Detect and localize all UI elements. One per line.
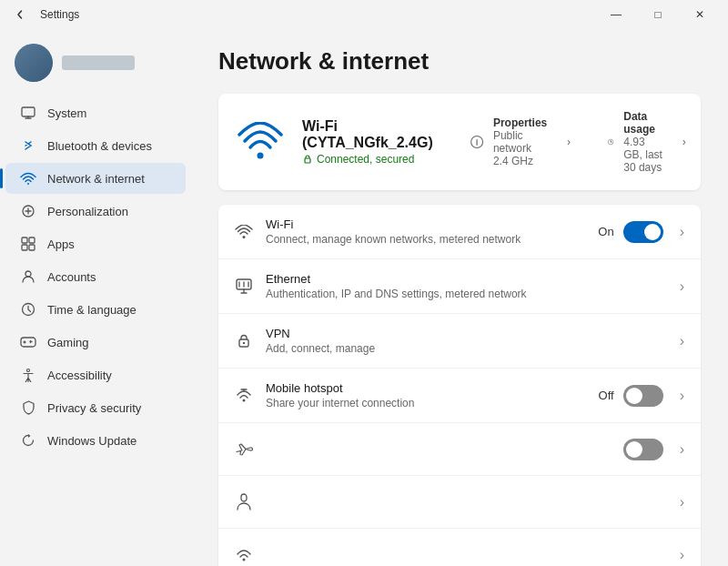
airplane-toggle[interactable] <box>623 439 663 460</box>
data-usage-icon <box>607 133 614 151</box>
maximize-button[interactable]: □ <box>637 0 679 29</box>
svg-rect-3 <box>22 238 27 243</box>
status-info: Wi-Fi (CYTA_NGfk_2.4G) Connected, secure… <box>302 118 433 166</box>
proxy-row[interactable]: › <box>218 476 701 529</box>
properties-icon <box>470 133 484 151</box>
accessibility-icon <box>20 367 36 383</box>
svg-point-7 <box>25 271 31 277</box>
vpn-chevron: › <box>680 333 684 349</box>
dialup-row[interactable]: › <box>218 529 701 566</box>
sidebar-item-label-time: Time & language <box>47 303 136 317</box>
sidebar-item-system[interactable]: System <box>5 97 186 128</box>
privacy-icon <box>20 399 36 416</box>
update-icon <box>20 432 36 449</box>
sidebar-item-accounts[interactable]: Accounts <box>5 261 186 292</box>
sidebar-item-label-privacy: Privacy & security <box>47 401 141 415</box>
sidebar-item-label-update: Windows Update <box>47 434 136 448</box>
hotspot-toggle-thumb <box>626 388 642 404</box>
airplane-row-icon <box>235 440 253 459</box>
minimize-button[interactable]: — <box>595 0 637 29</box>
app-container: System Bluetooth & devices Network & int… <box>0 29 728 566</box>
sidebar-item-personalization[interactable]: Personalization <box>5 196 186 227</box>
ethernet-row-right: › <box>672 278 684 295</box>
svg-point-18 <box>243 341 245 343</box>
settings-section: Wi-Fi Connect, manage known networks, me… <box>218 205 701 566</box>
svg-point-15 <box>243 236 246 238</box>
svg-point-1 <box>27 183 29 185</box>
lock-icon <box>302 154 313 165</box>
sidebar-item-update[interactable]: Windows Update <box>5 425 186 456</box>
titlebar-title: Settings <box>40 8 79 21</box>
sidebar-item-label-bluetooth: Bluetooth & devices <box>47 139 152 153</box>
sidebar-item-time[interactable]: Time & language <box>5 294 186 325</box>
vpn-row[interactable]: VPN Add, connect, manage › <box>218 314 701 369</box>
sidebar-item-bluetooth[interactable]: Bluetooth & devices <box>5 130 186 161</box>
svg-rect-6 <box>29 245 35 250</box>
sidebar-item-network[interactable]: Network & internet <box>5 163 186 194</box>
status-card: Wi-Fi (CYTA_NGfk_2.4G) Connected, secure… <box>218 94 701 190</box>
system-icon <box>20 105 36 121</box>
page-title: Network & internet <box>218 47 701 76</box>
data-usage-section[interactable]: Data usage 4.93 GB, last 30 days › <box>607 110 686 174</box>
sidebar: System Bluetooth & devices Network & int… <box>0 29 191 566</box>
wifi-status-icon <box>237 122 284 162</box>
data-usage-text: Data usage 4.93 GB, last 30 days <box>623 110 666 174</box>
dialup-row-right: › <box>672 547 684 563</box>
bluetooth-icon <box>20 137 36 154</box>
svg-rect-5 <box>22 245 27 250</box>
properties-value: Public network2.4 GHz <box>493 129 551 167</box>
svg-rect-4 <box>29 238 35 243</box>
hotspot-row-text: Mobile hotspot Share your internet conne… <box>266 381 586 409</box>
sidebar-profile <box>0 36 191 96</box>
sidebar-item-privacy[interactable]: Privacy & security <box>5 392 186 423</box>
airplane-row-right: › <box>623 439 684 460</box>
ethernet-chevron: › <box>680 278 684 295</box>
username <box>62 56 135 70</box>
titlebar: Settings — □ ✕ <box>0 0 728 29</box>
titlebar-controls: — □ ✕ <box>595 0 721 29</box>
wifi-row-icon <box>235 223 253 241</box>
sidebar-item-label-network: Network & internet <box>47 172 145 186</box>
airplane-row[interactable]: › <box>218 423 701 476</box>
hotspot-row-icon <box>235 387 253 405</box>
hotspot-chevron: › <box>680 388 684 404</box>
sidebar-item-accessibility[interactable]: Accessibility <box>5 359 186 390</box>
wifi-toggle[interactable] <box>623 221 663 243</box>
wifi-row-text: Wi-Fi Connect, manage known networks, me… <box>266 217 585 246</box>
hotspot-row[interactable]: Mobile hotspot Share your internet conne… <box>218 369 701 423</box>
sidebar-item-label-personalization: Personalization <box>47 205 128 218</box>
main-content: Network & internet Wi-Fi (CYTA_NGfk_2.4G… <box>191 29 728 566</box>
network-icon <box>20 170 36 187</box>
sidebar-item-label-accessibility: Accessibility <box>47 369 112 382</box>
properties-section[interactable]: Properties Public network2.4 GHz › <box>470 116 571 167</box>
ethernet-row[interactable]: Ethernet Authentication, IP and DNS sett… <box>218 259 701 314</box>
data-usage-chevron: › <box>682 136 686 148</box>
hotspot-row-right: Off › <box>599 385 684 407</box>
svg-rect-20 <box>241 494 247 501</box>
close-button[interactable]: ✕ <box>679 0 721 29</box>
sidebar-item-gaming[interactable]: Gaming <box>5 327 186 358</box>
airplane-chevron: › <box>680 441 684 458</box>
back-button[interactable] <box>7 2 33 27</box>
hotspot-toggle[interactable] <box>623 385 663 407</box>
proxy-chevron: › <box>680 494 684 510</box>
sidebar-item-label-system: System <box>47 106 86 120</box>
svg-point-21 <box>243 558 246 561</box>
svg-rect-0 <box>22 107 35 116</box>
apps-icon <box>20 236 36 252</box>
sidebar-item-label-apps: Apps <box>47 238 75 251</box>
properties-text: Properties Public network2.4 GHz <box>493 116 551 167</box>
vpn-row-right: › <box>672 333 684 349</box>
wifi-chevron: › <box>680 224 684 240</box>
ethernet-row-icon <box>235 278 253 296</box>
vpn-row-icon <box>235 332 253 350</box>
svg-point-10 <box>27 369 30 372</box>
avatar-image <box>15 44 53 82</box>
gaming-icon <box>20 334 36 350</box>
sidebar-item-apps[interactable]: Apps <box>5 228 186 259</box>
connection-status: Connected, secured <box>302 153 433 166</box>
wifi-row[interactable]: Wi-Fi Connect, manage known networks, me… <box>218 205 701 259</box>
wifi-row-right: On › <box>598 221 684 243</box>
personalization-icon <box>20 203 36 219</box>
dialup-chevron: › <box>680 547 684 563</box>
